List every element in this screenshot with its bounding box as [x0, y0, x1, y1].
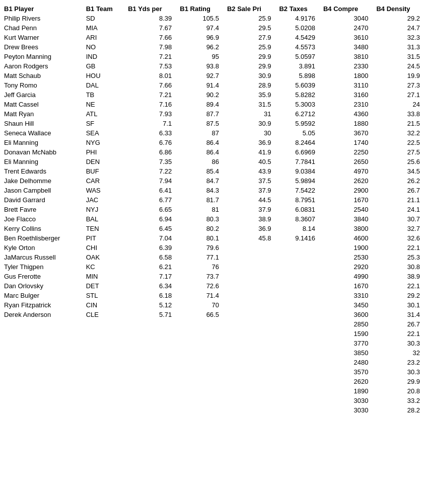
table-cell	[277, 386, 321, 396]
table-cell: Kyle Orton	[2, 243, 84, 253]
table-cell: 3810	[321, 52, 374, 61]
table-cell: Donavan McNabb	[2, 147, 84, 157]
table-cell: NO	[84, 42, 126, 52]
table-cell	[225, 243, 277, 253]
table-cell: MIA	[84, 23, 126, 33]
table-cell: 28.2	[374, 405, 426, 415]
table-cell	[225, 291, 277, 300]
table-cell	[277, 329, 321, 339]
table-cell: 22.1	[374, 281, 426, 291]
table-cell: 5.0208	[277, 23, 321, 33]
table-cell: 8.2464	[277, 138, 321, 147]
table-cell	[2, 377, 84, 386]
table-cell: 6.33	[126, 128, 178, 138]
table-cell	[178, 386, 225, 396]
table-cell: 44.5	[225, 195, 277, 205]
table-row: Kerry CollinsTEN6.4580.236.98.14380032.7	[2, 224, 426, 233]
table-cell	[2, 386, 84, 396]
table-cell: 77.1	[178, 253, 225, 262]
table-cell: 3310	[321, 291, 374, 300]
table-cell: 7.94	[126, 176, 178, 186]
table-cell: NE	[84, 100, 126, 109]
table-row: 159022.1	[2, 329, 426, 339]
table-cell	[2, 319, 84, 329]
table-cell	[225, 319, 277, 329]
table-cell: 25.9	[225, 42, 277, 52]
table-cell: 71.4	[178, 291, 225, 300]
table-row: Matt CasselNE7.1689.431.55.3003231024	[2, 100, 426, 109]
table-cell	[277, 281, 321, 291]
table-cell	[225, 300, 277, 310]
table-row: Philip RiversSD8.39105.525.94.9176304029…	[2, 14, 426, 23]
table-row: Eli ManningNYG6.7686.436.98.2464174022.5	[2, 138, 426, 147]
table-cell: Dan Orlovsky	[2, 281, 84, 291]
table-cell	[277, 291, 321, 300]
table-cell: 29.9	[225, 61, 277, 71]
table-cell: OAK	[84, 253, 126, 262]
table-cell: Shaun Hill	[2, 119, 84, 128]
table-cell: Eli Manning	[2, 157, 84, 166]
table-cell: Chad Penn	[2, 23, 84, 33]
table-cell	[2, 405, 84, 415]
table-cell: 37.9	[225, 186, 277, 195]
table-cell: 2250	[321, 147, 374, 157]
stats-table: B1 Player B1 Team B1 Yds per B1 Rating B…	[2, 4, 426, 415]
table-cell: Peyton Manning	[2, 52, 84, 61]
table-cell: 1900	[321, 243, 374, 253]
table-cell: 22.1	[374, 243, 426, 253]
table-cell: 4360	[321, 109, 374, 119]
table-cell: 36.9	[225, 138, 277, 147]
table-cell: 86.4	[178, 147, 225, 157]
table-cell: 5.3003	[277, 100, 321, 109]
table-cell: 81.7	[178, 195, 225, 205]
table-cell: 7.53	[126, 61, 178, 71]
table-cell: 7.98	[126, 42, 178, 52]
table-row: Ryan FitzpatrickCIN5.1270345030.1	[2, 300, 426, 310]
table-cell	[225, 272, 277, 281]
table-cell: Jeff Garcia	[2, 90, 84, 100]
table-cell: 96.9	[178, 33, 225, 42]
table-cell	[277, 396, 321, 405]
table-cell: 3570	[321, 367, 374, 377]
table-cell	[277, 367, 321, 377]
table-cell: Tyler Thigpen	[2, 262, 84, 272]
table-cell: WAS	[84, 186, 126, 195]
table-cell	[126, 329, 178, 339]
table-cell: 8.7951	[277, 195, 321, 205]
table-cell	[126, 367, 178, 377]
table-cell	[225, 386, 277, 396]
table-cell: 24	[374, 100, 426, 109]
table-row: Joe FlaccoBAL6.9480.338.98.3607384030.7	[2, 214, 426, 224]
table-cell	[84, 367, 126, 377]
table-cell: 40.5	[225, 157, 277, 166]
table-cell: 30.8	[374, 262, 426, 272]
table-cell: 2480	[321, 358, 374, 367]
table-cell: 8.14	[277, 224, 321, 233]
table-cell: IND	[84, 52, 126, 61]
table-cell: Marc Bulger	[2, 291, 84, 300]
table-cell	[225, 377, 277, 386]
table-cell: Matt Ryan	[2, 109, 84, 119]
table-cell: 6.0831	[277, 205, 321, 214]
table-cell	[277, 348, 321, 358]
table-cell: 3850	[321, 348, 374, 358]
table-cell: 5.8282	[277, 90, 321, 100]
table-cell: 8.01	[126, 71, 178, 80]
table-cell: Gus Frerotte	[2, 272, 84, 281]
table-cell	[84, 396, 126, 405]
table-cell: 7.93	[126, 109, 178, 119]
table-cell: 2530	[321, 253, 374, 262]
table-cell: 84.7	[178, 176, 225, 186]
table-cell	[225, 262, 277, 272]
table-row: Kyle OrtonCHI6.3979.6190022.1	[2, 243, 426, 253]
table-cell: 2620	[321, 377, 374, 386]
table-cell: 21.5	[374, 119, 426, 128]
table-cell	[84, 358, 126, 367]
col-header-compre: B4 Compre	[321, 4, 374, 14]
table-cell: 5.898	[277, 71, 321, 80]
table-cell: 24.7	[374, 23, 426, 33]
table-cell: BUF	[84, 166, 126, 176]
table-cell	[225, 367, 277, 377]
table-cell: 27.1	[374, 90, 426, 100]
table-cell: 3.891	[277, 61, 321, 71]
